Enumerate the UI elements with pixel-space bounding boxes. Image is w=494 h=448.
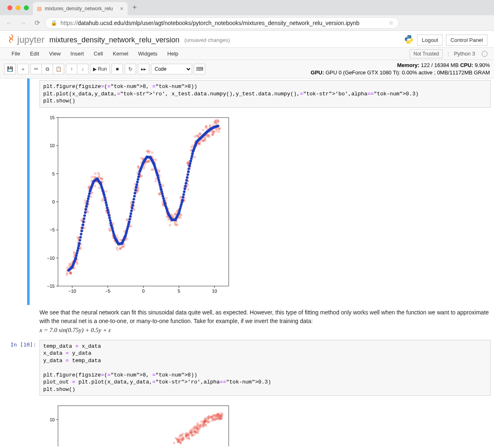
forward-button[interactable]: → (17, 17, 29, 29)
svg-point-774 (185, 182, 187, 185)
svg-point-542 (217, 119, 219, 121)
window-controls (3, 5, 33, 10)
svg-point-622 (108, 214, 110, 217)
markdown-cell[interactable]: We see that the neural network can fit t… (0, 305, 494, 338)
svg-point-666 (130, 210, 132, 212)
svg-point-214 (123, 245, 125, 248)
jupyter-favicon-icon: ▤ (37, 6, 42, 12)
svg-point-120 (91, 176, 93, 178)
not-trusted-button[interactable]: Not Trusted (410, 49, 443, 58)
svg-point-455 (194, 156, 196, 158)
menu-edit[interactable]: Edit (25, 48, 44, 60)
kernel-name[interactable]: Python 3 (454, 51, 477, 57)
minimize-window-icon[interactable] (16, 5, 21, 10)
svg-point-133 (94, 172, 96, 175)
interrupt-button[interactable]: ■ (111, 64, 123, 74)
svg-point-180 (109, 229, 111, 232)
svg-point-58 (76, 263, 79, 265)
back-button[interactable]: ← (3, 17, 15, 29)
svg-point-527 (212, 132, 215, 134)
browser-tab[interactable]: ▤ mixtures_density_network_relu × (33, 2, 128, 15)
svg-point-396 (174, 222, 176, 224)
notebook-container[interactable]: plt.figure(figsize=(="tok-num">8, ="tok-… (0, 79, 494, 446)
arrow-up-icon: ↑ (70, 66, 73, 72)
menu-widgets[interactable]: Widgets (133, 48, 162, 60)
memory-value: 122 / 16384 MB (421, 62, 459, 68)
svg-point-620 (107, 209, 109, 211)
logout-button[interactable]: Logout (417, 35, 443, 46)
reload-button[interactable]: ⟳ (31, 17, 43, 29)
svg-point-909 (191, 431, 194, 434)
run-button[interactable]: ▶Run (90, 64, 110, 74)
paste-button[interactable]: 📋 (53, 64, 64, 74)
svg-point-561 (77, 247, 79, 249)
menu-help[interactable]: Help (162, 48, 183, 60)
address-bar[interactable]: 🔒 https://datahub.ucsd.edu/dsmlp/user/ag… (45, 17, 399, 29)
menu-cell[interactable]: Cell (89, 48, 108, 60)
close-tab-icon[interactable]: × (120, 5, 123, 12)
svg-point-783 (190, 160, 192, 162)
menu-file[interactable]: File (7, 48, 25, 60)
svg-point-845 (173, 442, 175, 444)
svg-point-768 (182, 196, 184, 199)
svg-point-625 (109, 222, 112, 224)
jupyter-logo[interactable]: jupyter (7, 34, 44, 46)
svg-point-38 (66, 272, 68, 275)
code-cell[interactable]: plt.figure(figsize=(="tok-num">8, ="tok-… (0, 79, 494, 109)
toolbar: 💾 ＋ ✂ ⧉ 📋 ↑ ↓ ▶Run ■ ↻ ▸▸ Code ⌨ Memory:… (0, 60, 494, 79)
move-up-button[interactable]: ↑ (66, 64, 77, 74)
save-button[interactable]: 💾 (4, 64, 16, 74)
close-window-icon[interactable] (7, 5, 12, 10)
svg-point-398 (175, 224, 177, 226)
jupyter-header: jupyter mixtures_density_network_relu_ve… (0, 31, 494, 48)
svg-point-580 (86, 200, 89, 202)
svg-point-557 (74, 256, 77, 259)
restart-run-all-button[interactable]: ▸▸ (138, 64, 149, 74)
cell-selected[interactable]: plt.figure(figsize=(="tok-num">8, ="tok-… (0, 79, 494, 305)
svg-point-982 (214, 418, 216, 420)
svg-point-472 (197, 134, 199, 137)
svg-rect-2 (58, 118, 229, 286)
svg-point-781 (188, 164, 191, 167)
svg-point-614 (104, 196, 106, 199)
menu-kernel[interactable]: Kernel (108, 48, 133, 60)
svg-point-719 (157, 176, 159, 179)
svg-point-656 (125, 232, 128, 234)
maximize-window-icon[interactable] (24, 5, 29, 10)
svg-point-0 (9, 35, 13, 38)
code-input[interactable]: plt.figure(figsize=(="tok-num">8, ="tok-… (39, 80, 491, 108)
copy-button[interactable]: ⧉ (42, 64, 53, 74)
restart-button[interactable]: ↻ (125, 64, 136, 74)
celltype-select[interactable]: Code (151, 64, 192, 74)
svg-point-772 (184, 185, 187, 187)
svg-point-677 (135, 183, 138, 186)
svg-point-356 (165, 197, 168, 199)
add-cell-button[interactable]: ＋ (17, 64, 29, 74)
control-panel-button[interactable]: Control Panel (446, 35, 487, 46)
command-palette-button[interactable]: ⌨ (194, 64, 205, 74)
svg-point-1009 (219, 414, 221, 416)
fast-forward-icon: ▸▸ (141, 66, 146, 72)
svg-point-106 (90, 196, 92, 198)
notebook-name[interactable]: mixtures_density_network_relu_version (49, 36, 179, 44)
svg-point-430 (187, 188, 189, 191)
svg-point-1007 (216, 413, 219, 416)
svg-point-726 (160, 190, 163, 193)
svg-text:−5: −5 (49, 227, 55, 232)
menu-view[interactable]: View (44, 48, 65, 60)
move-down-button[interactable]: ↓ (77, 64, 88, 74)
output-cell: −10−50510−15−10−5051015 (0, 109, 494, 305)
scatter-chart-2: 10 (39, 402, 233, 446)
svg-point-770 (183, 190, 186, 193)
new-tab-button[interactable]: + (128, 3, 142, 12)
gpu-label: GPU: (311, 69, 324, 76)
menu-insert[interactable]: Insert (65, 48, 89, 60)
svg-point-728 (162, 195, 164, 197)
code-input[interactable]: temp_data = x_data x_data = y_data y_dat… (39, 340, 491, 396)
svg-point-956 (204, 417, 206, 420)
code-cell[interactable]: In [10]: temp_data = x_data x_data = y_d… (0, 338, 494, 398)
svg-point-518 (209, 124, 211, 127)
svg-point-320 (151, 169, 153, 171)
bookmark-star-icon[interactable]: ☆ (389, 20, 394, 26)
cut-button[interactable]: ✂ (30, 64, 42, 74)
